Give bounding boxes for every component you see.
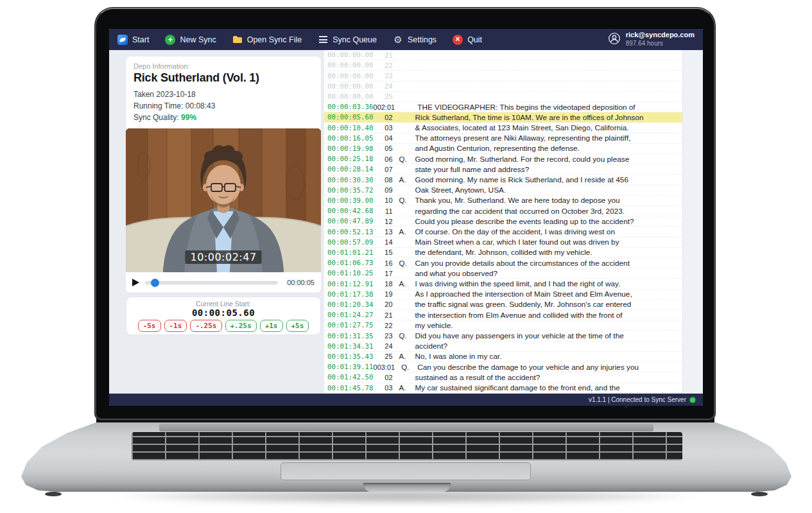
row-text: Could you please describe the events lea…	[411, 217, 682, 226]
transcript-row[interactable]: 00:00:57.09 14 Main Street when a car, w…	[324, 238, 682, 248]
transcript-row[interactable]: 00:00:00.00 25	[324, 92, 682, 102]
row-text: Main Street when a car, which I later fo…	[411, 238, 682, 247]
row-timestamp: 00:00:10.40	[324, 124, 374, 132]
laptop-screen: Start New Sync Open Sync File Sync Queue…	[109, 29, 703, 406]
transcript-row[interactable]: 00:01:42.50 02 sustained as a result of …	[324, 372, 682, 383]
row-text: state your full name and address?	[411, 165, 682, 174]
transcript-row[interactable]: 00:00:00.00 22	[324, 60, 682, 71]
video-timecode-overlay: 10:00:02:47	[185, 250, 261, 264]
transcript-row[interactable]: 00:01:20.34 20 the traffic signal was gr…	[324, 300, 682, 310]
row-timestamp: 00:01:12.91	[324, 280, 374, 288]
row-qa-marker: Q.	[399, 259, 411, 267]
row-timestamp: 00:01:27.75	[324, 321, 374, 329]
transcript-row[interactable]: 00:00:00.00 24	[324, 82, 682, 92]
transcript-row[interactable]: 00:00:16.05 04 The attorneys present are…	[324, 134, 682, 144]
row-timestamp: 00:00:00.00	[324, 92, 374, 101]
transcript-row[interactable]: 00:01:39.11 003:01 Q. Can you describe t…	[324, 362, 682, 372]
row-text: and Agustin Centurion, representing the …	[411, 144, 682, 153]
transcript-row[interactable]: 00:00:05.60 02 Rick Sutherland, The time…	[324, 112, 682, 123]
menu-item-quit[interactable]: Quit	[453, 35, 482, 45]
row-line-number: 04	[374, 134, 393, 142]
transcript-row[interactable]: 00:01:45.78 03 A. My car sustained signi…	[324, 383, 682, 394]
adjust-1s-minus-button[interactable]: -1s	[164, 320, 187, 332]
menu-item-folder[interactable]: Open Sync File	[232, 35, 302, 45]
video-player[interactable]: 10:00:02:47	[126, 128, 321, 272]
depo-section-label: Depo Information:	[134, 62, 313, 70]
adjust-5s-plus-button[interactable]: +5s	[286, 320, 309, 332]
row-qa-marker: A.	[399, 352, 411, 360]
row-timestamp: 00:00:57.09	[324, 238, 374, 247]
adjust-buttons: -5s-1s-.25s+.25s+1s+5s	[126, 320, 320, 332]
row-qa-marker: Q.	[399, 196, 411, 204]
seek-slider[interactable]	[145, 281, 278, 284]
row-qa-marker: Q.	[399, 332, 411, 340]
depo-taken: Taken 2023-10-18	[134, 89, 313, 100]
transcript-row[interactable]: 00:00:30.30 08 A. Good morning. My name …	[324, 175, 682, 185]
row-line-number: 22	[374, 322, 393, 329]
transcript-row[interactable]: 00:00:42.68 11 regarding the car acciden…	[324, 206, 682, 216]
slider-knob[interactable]	[151, 279, 159, 287]
menu-item-settings[interactable]: Settings	[393, 35, 436, 45]
menu-item-new-sync[interactable]: New Sync	[165, 35, 216, 45]
account-button[interactable]: rick@syncdepo.com 897.64 hours	[608, 31, 695, 48]
row-line-number: 18	[374, 280, 393, 288]
row-line-number: 11	[374, 207, 393, 215]
row-timestamp: 00:00:25.18	[324, 155, 374, 163]
transcript-row[interactable]: 00:01:17.38 19 As I approached the inter…	[324, 290, 682, 300]
transcript-row[interactable]: 00:00:35.72 09 Oak Street, Anytown, USA.	[324, 186, 682, 196]
transcript-scrollbar[interactable]	[682, 50, 703, 394]
transcript-row[interactable]: 00:00:25.18 06 Q. Good morning, Mr. Suth…	[324, 154, 682, 164]
transcript-row[interactable]: 00:00:00.00 23	[324, 71, 682, 81]
new-sync-icon	[165, 35, 175, 45]
settings-icon	[393, 35, 403, 45]
user-icon	[608, 32, 621, 48]
queue-icon	[318, 35, 328, 45]
transcript-row[interactable]: 00:00:39.00 10 Q. Thank you, Mr. Sutherl…	[324, 196, 682, 206]
row-line-number: 17	[374, 270, 393, 277]
transcript-row[interactable]: 00:01:34.31 24 accident?	[324, 342, 682, 352]
transcript-row[interactable]: 00:00:47.89 12 Could you please describe…	[324, 216, 682, 227]
row-text: Rick Sutherland, The time is 10AM. We ar…	[411, 113, 682, 122]
row-line-number: 05	[374, 144, 393, 152]
menu-item-start[interactable]: Start	[117, 35, 149, 45]
row-line-number: 24	[374, 342, 393, 350]
transcript-row[interactable]: 00:00:28.14 07 state your full name and …	[324, 164, 682, 175]
transcript-row[interactable]: 00:01:10.25 17 and what you observed?	[324, 268, 682, 279]
transcript-row[interactable]: 00:01:06.73 16 Q. Can you provide detail…	[324, 258, 682, 268]
menu-item-queue[interactable]: Sync Queue	[318, 35, 377, 45]
adjust-5s-minus-button[interactable]: -5s	[138, 320, 161, 332]
current-line-card: Current Line Start: 00:00:05.60 -5s-1s-.…	[126, 297, 321, 335]
transcript-row[interactable]: 00:00:10.40 03 & Associates, located at …	[324, 123, 682, 133]
current-line-label: Current Line Start:	[126, 300, 320, 308]
adjust-1s-plus-button[interactable]: +1s	[260, 320, 283, 332]
transcript-row[interactable]: 00:00:52.13 13 A. Of course. On the day …	[324, 227, 682, 237]
row-text: the intersection from Elm Avenue and col…	[411, 311, 682, 320]
row-text: Good morning. My name is Rick Sutherland…	[411, 175, 682, 184]
transcript-row[interactable]: 00:01:31.35 23 Q. Did you have any passe…	[324, 331, 682, 341]
row-line-number: 21	[374, 51, 393, 59]
transcript-row[interactable]: 00:01:12.91 18 A. I was driving within t…	[324, 279, 682, 289]
laptop-lid: Start New Sync Open Sync File Sync Queue…	[95, 8, 715, 420]
transcript-row[interactable]: 00:01:35.43 25 A. No, I was alone in my …	[324, 352, 682, 362]
row-line-number: 23	[374, 332, 393, 340]
row-text: THE VIDEOGRAPHER: This begins the videot…	[413, 103, 682, 112]
row-timestamp: 00:00:00.00	[324, 82, 374, 91]
depo-sync-quality: Sync Quality: 99%	[134, 112, 313, 123]
transcript-row[interactable]: 00:00:00.00 21	[324, 50, 682, 60]
row-line-number: 06	[374, 155, 393, 163]
transcript-row[interactable]: 00:00:19.98 05 and Agustin Centurion, re…	[324, 144, 682, 154]
transcript-row[interactable]: 00:00:03.36 002:01 THE VIDEOGRAPHER: Thi…	[324, 102, 682, 112]
transcript-row[interactable]: 00:01:24.27 21 the intersection from Elm…	[324, 310, 682, 320]
start-icon	[117, 35, 128, 45]
row-qa-marker: A.	[399, 176, 411, 184]
adjust-.25s-minus-button[interactable]: -.25s	[190, 320, 221, 332]
transcript-row[interactable]: 00:01:27.75 22 my vehicle.	[324, 320, 682, 331]
row-qa-marker: A.	[399, 228, 411, 236]
row-text: No, I was alone in my car.	[411, 352, 682, 361]
play-button[interactable]	[132, 279, 139, 286]
row-timestamp: 00:00:00.00	[324, 61, 374, 69]
row-timestamp: 00:01:39.11	[324, 363, 374, 371]
adjust-.25s-plus-button[interactable]: +.25s	[225, 320, 257, 332]
row-timestamp: 00:01:35.43	[324, 352, 374, 361]
transcript-row[interactable]: 00:01:01.21 15 the defendant, Mr. Johnso…	[324, 248, 682, 258]
